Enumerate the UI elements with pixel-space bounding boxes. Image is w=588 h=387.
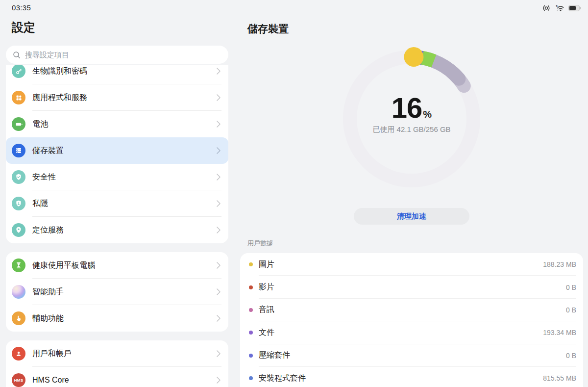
category-value: 815.55 MB — [543, 374, 576, 382]
storage-icon — [12, 144, 25, 157]
person-icon — [12, 347, 25, 361]
chevron-right-icon — [217, 174, 220, 181]
sidebar-item-label: 私隱 — [32, 199, 217, 209]
sidebar-item-label: 電池 — [32, 119, 217, 129]
storage-percent-unit: % — [423, 109, 432, 120]
category-dot — [249, 308, 253, 312]
svg-text:6: 6 — [556, 4, 558, 7]
category-dot — [249, 354, 253, 358]
chevron-right-icon — [217, 262, 220, 269]
status-icons: 6 — [542, 4, 581, 12]
category-value: 188.23 MB — [543, 260, 576, 268]
search-bar[interactable] — [6, 46, 228, 64]
category-label: 安裝程式套件 — [259, 373, 543, 384]
category-label: 文件 — [259, 328, 543, 338]
category-value: 193.34 MB — [543, 329, 576, 336]
clean-accelerate-button[interactable]: 清理加速 — [354, 208, 469, 225]
category-label: 壓縮套件 — [259, 350, 566, 361]
user-data-row-archives: 壓縮套件 0 B — [240, 344, 583, 367]
hourglass-icon — [12, 258, 25, 272]
key-icon — [12, 65, 25, 78]
sidebar-item-label: 應用程式和服務 — [32, 93, 217, 103]
chevron-right-icon — [217, 68, 220, 75]
detail-title: 儲存裝置 — [247, 22, 289, 36]
sidebar-item-label: 安全性 — [32, 172, 217, 182]
hms-icon: HMS — [12, 373, 25, 387]
assistant-sphere-icon — [12, 285, 25, 299]
search-icon — [13, 51, 21, 59]
chevron-right-icon — [217, 200, 220, 207]
location-pin-icon — [12, 223, 25, 237]
sidebar-item-users-accounts[interactable]: 用戶和帳戶 — [6, 340, 228, 367]
user-data-row-audio: 音訊 0 B — [240, 299, 583, 321]
sidebar-item-accessibility[interactable]: 輔助功能 — [6, 305, 228, 332]
sidebar-item-label: HMS Core — [32, 376, 217, 385]
chevron-right-icon — [217, 121, 220, 128]
user-data-row-videos: 影片 0 B — [240, 276, 583, 298]
user-data-card: 圖片 188.23 MB 影片 0 B 音訊 0 B 文件 193.34 MB … — [240, 253, 583, 387]
category-value: 0 B — [566, 352, 576, 360]
sidebar-item-hms-core[interactable]: HMS HMS Core — [6, 367, 228, 387]
category-label: 圖片 — [259, 259, 543, 270]
sidebar[interactable]: 生物識別和密碼 應用程式和服務 電池 — [6, 65, 228, 387]
chevron-right-icon — [217, 288, 220, 295]
category-value: 0 B — [566, 284, 576, 291]
sidebar-group: 生物識別和密碼 應用程式和服務 電池 — [6, 65, 228, 243]
search-input[interactable] — [25, 51, 221, 59]
sidebar-item-assistant[interactable]: 智能助手 — [6, 279, 228, 305]
category-label: 音訊 — [259, 305, 566, 315]
chevron-right-icon — [217, 94, 220, 101]
chevron-right-icon — [217, 350, 220, 357]
sidebar-item-storage[interactable]: 儲存裝置 — [6, 137, 228, 164]
sidebar-item-label: 健康使用平板電腦 — [32, 260, 217, 271]
chevron-right-icon — [217, 227, 220, 233]
shield-check-icon — [12, 170, 25, 184]
storage-summary: 16% 已使用 42.1 GB/256 GB — [338, 91, 485, 134]
sidebar-item-privacy[interactable]: 私隱 — [6, 190, 228, 217]
wifi-icon: 6 — [554, 4, 565, 12]
sidebar-group: 用戶和帳戶 HMS HMS Core — [6, 340, 228, 387]
category-label: 影片 — [259, 282, 566, 292]
battery-setting-icon — [12, 117, 25, 131]
sidebar-item-battery[interactable]: 電池 — [6, 111, 228, 137]
sidebar-item-apps-services[interactable]: 應用程式和服務 — [6, 84, 228, 111]
battery-icon — [568, 4, 581, 12]
chevron-right-icon — [217, 315, 220, 322]
page-title: 設定 — [12, 20, 35, 35]
shield-person-icon — [12, 197, 25, 210]
user-data-row-images: 圖片 188.23 MB — [240, 253, 583, 276]
category-dot — [249, 376, 253, 380]
user-data-row-installers: 安裝程式套件 815.55 MB — [240, 367, 583, 387]
sidebar-item-location[interactable]: 定位服務 — [6, 217, 228, 243]
user-data-row-documents: 文件 193.34 MB — [240, 321, 583, 344]
category-value: 0 B — [566, 306, 576, 314]
status-time: 03:35 — [12, 3, 31, 12]
hand-tap-icon — [12, 311, 25, 325]
sidebar-item-label: 定位服務 — [32, 225, 217, 235]
user-data-header: 用戶數據 — [247, 239, 273, 248]
chevron-right-icon — [217, 147, 220, 154]
sidebar-item-label: 用戶和帳戶 — [32, 349, 217, 359]
storage-percent: 16 — [392, 92, 422, 124]
sidebar-item-label: 智能助手 — [32, 287, 217, 297]
storage-usage-text: 已使用 42.1 GB/256 GB — [338, 125, 485, 134]
category-dot — [249, 331, 253, 335]
category-dot — [249, 285, 253, 289]
hms-icon-text: HMS — [14, 378, 23, 383]
sidebar-item-biometrics[interactable]: 生物識別和密碼 — [6, 65, 228, 84]
sidebar-item-label: 輔助功能 — [32, 313, 217, 324]
ring-segment-images — [404, 47, 423, 67]
sidebar-group: 健康使用平板電腦 智能助手 輔助功能 — [6, 252, 228, 332]
sidebar-item-label: 生物識別和密碼 — [32, 66, 217, 77]
category-dot — [249, 262, 253, 266]
apps-icon — [12, 91, 25, 104]
sidebar-item-label: 儲存裝置 — [32, 146, 217, 156]
sidebar-item-security[interactable]: 安全性 — [6, 164, 228, 190]
sidebar-item-digital-balance[interactable]: 健康使用平板電腦 — [6, 252, 228, 279]
chevron-right-icon — [217, 377, 220, 384]
vibrate-icon — [542, 4, 551, 12]
